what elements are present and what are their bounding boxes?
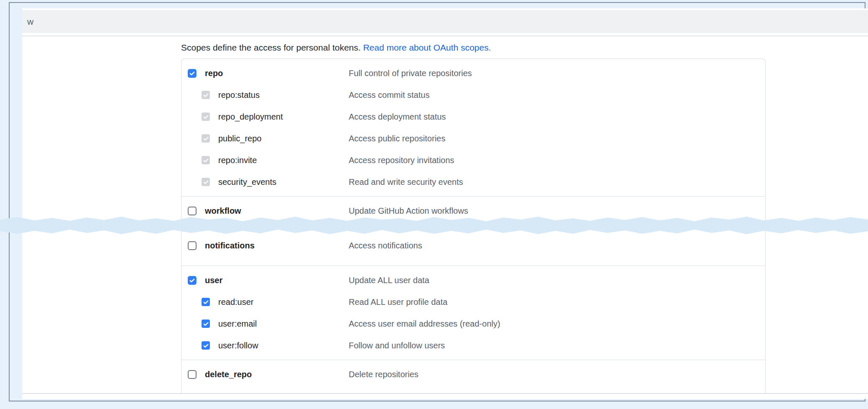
checkbox-checked-public-repo: [202, 134, 210, 143]
checkbox-checked-read-user[interactable]: [202, 298, 210, 306]
scope-row: repo:statusAccess commit status: [181, 84, 765, 106]
header-divider: [22, 36, 868, 36]
scope-description: Access commit status: [349, 90, 429, 100]
note-field-value: w: [27, 17, 33, 26]
scope-row: notificationsAccess notifications: [181, 235, 765, 256]
checkbox-unchecked-workflow[interactable]: [188, 207, 197, 215]
scopes-description-text: Scopes define the access for personal to…: [181, 43, 363, 52]
section-divider: [22, 393, 868, 394]
scope-description: Follow and unfollow users: [349, 341, 445, 350]
scope-row: userUpdate ALL user data: [181, 269, 765, 291]
window-frame: w Scopes define the access for personal …: [9, 2, 865, 401]
scope-label: public_repo: [218, 134, 261, 143]
checkbox-checked-security-events: [202, 178, 210, 186]
scope-label: repo_deployment: [218, 112, 283, 122]
checkbox-checked-repo-deployment: [202, 112, 210, 121]
scope-description: Update ALL user data: [349, 276, 429, 285]
scope-row: user:followFollow and unfollow users: [181, 335, 765, 356]
scope-group-delete_repo: delete_repoDelete repositories: [181, 360, 765, 389]
scope-row: security_eventsRead and write security e…: [181, 171, 765, 193]
scope-description: Read ALL user profile data: [349, 297, 447, 307]
scope-row: user:emailAccess user email addresses (r…: [181, 313, 765, 335]
checkbox-checked-repo-status: [202, 91, 210, 99]
scope-row: delete_repoDelete repositories: [181, 363, 765, 385]
scope-row: repoFull control of private repositories: [181, 62, 765, 84]
scope-row: read:userRead ALL user profile data: [181, 291, 765, 313]
scope-label: user: [205, 276, 222, 285]
content-panel: w Scopes define the access for personal …: [22, 8, 868, 399]
scope-row: repo_deploymentAccess deployment status: [181, 106, 765, 128]
checkbox-unchecked-delete-repo[interactable]: [188, 370, 197, 379]
scope-label: repo: [205, 69, 223, 78]
scope-row: public_repoAccess public repositories: [181, 128, 765, 149]
checkbox-checked-user-follow[interactable]: [202, 341, 210, 350]
scope-label: workflow: [205, 206, 241, 216]
scope-group-repo: repoFull control of private repositories…: [181, 59, 765, 196]
checkbox-checked-user[interactable]: [188, 276, 197, 285]
checkbox-unchecked-notifications[interactable]: [188, 241, 197, 250]
scope-description: Update GitHub Action workflows: [349, 206, 468, 216]
oauth-scopes-link[interactable]: Read more about OAuth scopes.: [363, 43, 491, 52]
scope-label: repo:status: [218, 90, 260, 100]
scope-row: repo:inviteAccess repository invitations: [181, 149, 765, 171]
checkbox-checked-repo[interactable]: [188, 69, 197, 78]
checkbox-checked-repo-invite: [202, 156, 210, 164]
scope-description: Access user email addresses (read-only): [349, 319, 500, 329]
scope-description: Access deployment status: [349, 112, 446, 122]
scope-description: Access repository invitations: [349, 156, 454, 165]
scope-description: Full control of private repositories: [349, 69, 472, 78]
scope-description: Read and write security events: [349, 177, 463, 187]
scope-label: repo:invite: [218, 156, 257, 165]
scope-description: Delete repositories: [349, 370, 419, 379]
note-field[interactable]: w: [22, 10, 868, 33]
scope-description: Access notifications: [349, 241, 422, 251]
scope-label: user:follow: [218, 341, 258, 350]
scope-group-user: userUpdate ALL user dataread:userRead AL…: [181, 266, 765, 360]
scope-label: security_events: [218, 177, 276, 187]
scope-label: user:email: [218, 319, 257, 329]
scopes-description: Scopes define the access for personal to…: [181, 43, 491, 53]
scope-label: read:user: [218, 297, 254, 307]
scope-description: Access public repositories: [349, 134, 445, 143]
scope-label: delete_repo: [205, 370, 252, 379]
checkbox-checked-user-email[interactable]: [202, 320, 210, 328]
scope-label: notifications: [205, 241, 255, 251]
